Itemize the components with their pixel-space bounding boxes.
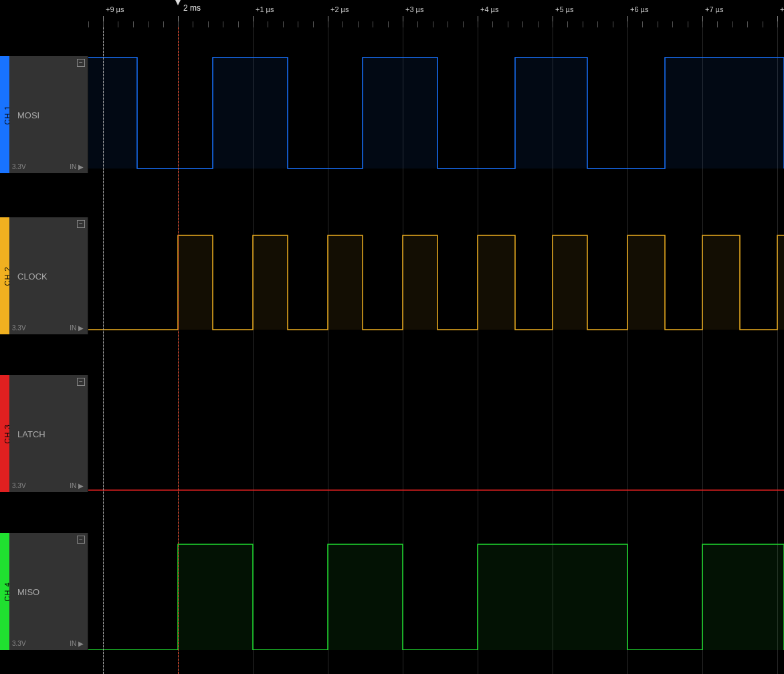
ruler-minor-tick: [268, 21, 268, 27]
ruler-minor-tick: [417, 21, 418, 27]
ruler-minor-tick: [298, 21, 298, 27]
channel-header[interactable]: −LATCH3.3VIN ▶: [9, 375, 88, 492]
ruler-minor-tick: [88, 21, 89, 27]
ruler-minor-tick: [238, 21, 239, 27]
ruler-minor-tick: [178, 21, 179, 27]
ruler-minor-tick: [627, 21, 628, 27]
waveform-area[interactable]: [88, 533, 784, 650]
waveform-area[interactable]: [88, 217, 784, 334]
ruler-minor-tick: [253, 21, 254, 27]
cursor-flag-icon: [175, 0, 181, 5]
ruler-minor-tick: [732, 21, 733, 27]
collapse-icon[interactable]: −: [77, 536, 85, 544]
ruler-label: +7 µs: [705, 5, 723, 13]
channel-voltage: 3.3V: [12, 324, 26, 332]
waveform-area[interactable]: [88, 375, 784, 492]
ruler-minor-tick: [553, 21, 553, 27]
ruler-minor-tick: [508, 21, 508, 27]
channel-header[interactable]: −MISO3.3VIN ▶: [9, 533, 88, 650]
channel-io-label: IN ▶: [70, 640, 84, 647]
ruler-label: +8 µs: [780, 5, 784, 13]
ruler-label: +4 µs: [480, 5, 498, 13]
cursor-label: 2 ms: [183, 3, 201, 13]
ruler-minor-tick: [492, 21, 493, 27]
channel-header[interactable]: −CLOCK3.3VIN ▶: [9, 217, 88, 334]
ruler-minor-tick: [133, 21, 134, 27]
ruler-minor-tick: [403, 21, 403, 27]
waveform-fill: [88, 235, 784, 330]
ruler-minor-tick: [148, 21, 149, 27]
ruler-minor-tick: [642, 21, 643, 27]
channel-voltage: 3.3V: [12, 640, 26, 647]
ruler-minor-tick: [463, 21, 464, 27]
ruler-minor-tick: [193, 21, 193, 27]
ruler-label: +9 µs: [106, 5, 124, 13]
ruler-minor-tick: [613, 21, 613, 27]
ruler-minor-tick: [567, 21, 568, 27]
channel-name: MOSI: [17, 110, 39, 120]
ruler-label: +3 µs: [405, 5, 423, 13]
ruler-minor-tick: [688, 21, 688, 27]
channel-tab[interactable]: CH 2: [0, 217, 9, 334]
ruler-minor-tick: [342, 21, 343, 27]
channel-name: CLOCK: [17, 271, 47, 281]
ruler-minor-tick: [433, 21, 433, 27]
channel-io-label: IN ▶: [70, 163, 84, 171]
ruler-minor-tick: [717, 21, 718, 27]
channel-name: MISO: [17, 586, 39, 596]
ruler-label: +5 µs: [555, 5, 573, 13]
ruler-minor-tick: [597, 21, 598, 27]
collapse-icon[interactable]: −: [77, 378, 85, 386]
ruler-minor-tick: [118, 21, 118, 27]
ruler-minor-tick: [538, 21, 538, 27]
ruler-minor-tick: [522, 21, 523, 27]
ruler-minor-tick: [208, 21, 209, 27]
channel-row: CH 3−LATCH3.3VIN ▶: [0, 375, 784, 492]
collapse-icon[interactable]: −: [77, 59, 85, 67]
channel-row: CH 4−MISO3.3VIN ▶: [0, 533, 784, 650]
ruler-minor-tick: [658, 21, 658, 27]
ruler-minor-tick: [313, 21, 314, 27]
ruler-label: +1 µs: [256, 5, 274, 13]
channel-row: CH 2−CLOCK3.3VIN ▶: [0, 217, 784, 334]
channel-header[interactable]: −MOSI3.3VIN ▶: [9, 56, 88, 173]
ruler-minor-tick: [223, 21, 223, 27]
channel-name: LATCH: [17, 429, 45, 439]
channel-io-label: IN ▶: [70, 482, 84, 489]
ruler-minor-tick: [328, 21, 328, 27]
channel-io-label: IN ▶: [70, 324, 84, 332]
channel-voltage: 3.3V: [12, 482, 26, 489]
ruler-minor-tick: [388, 21, 389, 27]
channel-tab[interactable]: CH 4: [0, 533, 9, 650]
ruler-minor-tick: [763, 21, 763, 27]
channel-tab[interactable]: CH 1: [0, 56, 9, 173]
ruler-minor-tick: [103, 21, 104, 27]
ruler-minor-tick: [777, 21, 778, 27]
ruler-minor-tick: [283, 21, 284, 27]
ruler-label: +2 µs: [330, 5, 349, 13]
ruler-minor-tick: [163, 21, 164, 27]
ruler-minor-tick: [358, 21, 359, 27]
waveform-fill: [88, 58, 784, 168]
channel-row: CH 1−MOSI3.3VIN ▶: [0, 56, 784, 173]
waveform-fill: [88, 544, 784, 650]
ruler-minor-tick: [448, 21, 448, 27]
ruler-minor-tick: [373, 21, 373, 27]
ruler-minor-tick: [583, 21, 583, 27]
channel-tab[interactable]: CH 3: [0, 375, 9, 492]
ruler-label: +6 µs: [630, 5, 648, 13]
ruler-minor-tick: [478, 21, 478, 27]
waveform-area[interactable]: [88, 56, 784, 173]
ruler-minor-tick: [702, 21, 703, 27]
ruler-minor-tick: [747, 21, 748, 27]
ruler-minor-tick: [672, 21, 673, 27]
collapse-icon[interactable]: −: [77, 220, 85, 228]
channel-voltage: 3.3V: [12, 163, 26, 171]
